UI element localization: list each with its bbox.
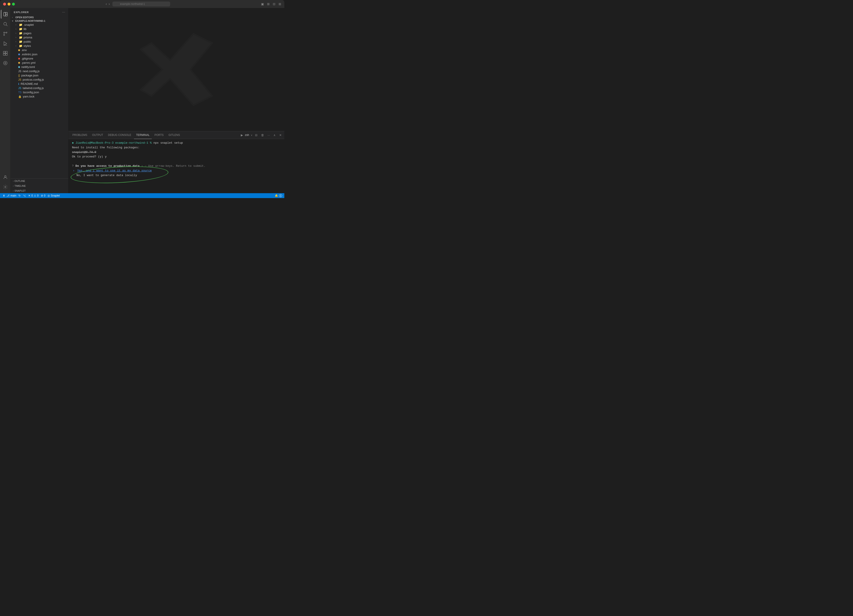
folder-public[interactable]: 📁 public: [11, 39, 68, 44]
sidebar-item-explorer[interactable]: [1, 10, 10, 19]
terminal-shell-chevron: ∨: [251, 134, 252, 137]
command-palette[interactable]: [112, 2, 170, 6]
tab-gitlens[interactable]: GITLENS: [166, 131, 182, 139]
status-snaplet[interactable]: ◎ Snaplet: [47, 194, 60, 197]
search-input[interactable]: [119, 2, 164, 6]
terminal-run-icon: ▶: [241, 134, 243, 137]
svg-point-3: [3, 23, 6, 25]
close-button[interactable]: [3, 3, 6, 6]
layout-icon[interactable]: ⊞: [267, 2, 270, 6]
grid-icon[interactable]: ⊞: [279, 2, 281, 6]
sidebar-outline[interactable]: › OUTLINE: [11, 179, 68, 184]
sidebar-item-source-control[interactable]: [1, 29, 10, 38]
status-x-icon: X: [2, 194, 6, 197]
svg-point-17: [5, 186, 6, 188]
svg-point-16: [5, 176, 6, 177]
file-packagejson[interactable]: {} package.json: [11, 73, 68, 77]
sidebar-item-source-control-2[interactable]: [1, 59, 10, 68]
minimize-button[interactable]: [8, 3, 11, 6]
tab-ports[interactable]: PORTS: [152, 131, 166, 139]
sidebar-timeline[interactable]: › TIMELINE: [11, 184, 68, 188]
folder-lib[interactable]: 📁 lib: [11, 27, 68, 31]
snaplet-chevron: ›: [13, 190, 14, 192]
forward-arrow[interactable]: ›: [109, 2, 110, 6]
file-gitignore[interactable]: .gitignore: [11, 56, 68, 61]
file-postcss[interactable]: JS postcss.config.js: [11, 77, 68, 82]
terminal-trash-button[interactable]: 🗑: [260, 133, 265, 137]
folder-styles[interactable]: 📁 styles: [11, 44, 68, 48]
file-yarnrc[interactable]: .yarnrc.yml: [11, 61, 68, 65]
tab-output[interactable]: OUTPUT: [90, 131, 105, 139]
status-branch[interactable]: X ⎇ main: [2, 194, 16, 197]
file-tsconfig[interactable]: TS tsconfig.json: [11, 90, 68, 94]
tab-debug-console[interactable]: DEBUG CONSOLE: [106, 131, 134, 139]
svg-marker-8: [4, 42, 7, 46]
status-sync[interactable]: ↻: [18, 194, 21, 197]
status-branch-icon: ⎇: [6, 194, 9, 197]
status-error-count: 0: [31, 194, 33, 197]
status-error-icon: ✕: [28, 194, 30, 197]
sidebar: EXPLORER ··· OPEN EDITORS EXAMPLE-NORTHW…: [11, 8, 68, 193]
svg-line-4: [6, 25, 7, 26]
file-tailwind[interactable]: JS tailwind.config.js: [11, 86, 68, 90]
status-snaplet-label: Snaplet: [51, 194, 60, 197]
terminal-text-1: Need to install the following packages:: [72, 146, 140, 149]
activity-bar: [0, 8, 11, 193]
status-notification[interactable]: 🔔 1: [275, 194, 282, 197]
status-git-icon[interactable]: ⌥: [23, 194, 26, 197]
terminal-option-yes[interactable]: Yes, and I want to use it as my data sou…: [77, 169, 152, 172]
file-netlify[interactable]: netlify.toml: [11, 65, 68, 69]
terminal-package: snaplet@0.74.0: [72, 150, 96, 154]
terminal-option-no-text: No, I want to generate data locally: [76, 174, 137, 177]
terminal-content[interactable]: ◆ JianReis@MacBook-Pro-3 example-northwi…: [68, 139, 284, 193]
sidebar-more-button[interactable]: ···: [62, 10, 65, 14]
svg-point-6: [3, 35, 5, 35]
sidebar-item-account[interactable]: [1, 173, 10, 182]
terminal-close-button[interactable]: ✕: [278, 133, 282, 137]
section-project[interactable]: EXAMPLE-NORTHWIND-1: [11, 19, 68, 23]
back-arrow[interactable]: ‹: [106, 2, 107, 6]
folder-prisma-chevron: [15, 36, 18, 39]
status-errors[interactable]: ✕ 0 ⚠ 0: [28, 194, 38, 197]
file-yarnlock[interactable]: 🔒 yarn.lock: [11, 94, 68, 99]
split-icon[interactable]: ⊟: [273, 2, 275, 6]
window-controls: [3, 3, 15, 6]
terminal-question-line: ? Do you have access to production data …: [72, 164, 281, 168]
tsconfig-icon: TS: [18, 91, 21, 94]
timeline-chevron: ›: [13, 185, 14, 187]
folder-prisma[interactable]: 📁 prisma: [11, 35, 68, 39]
project-chevron: [12, 20, 15, 22]
folder-lib-chevron: [15, 28, 18, 30]
main-layout: EXPLORER ··· OPEN EDITORS EXAMPLE-NORTHW…: [0, 8, 284, 193]
folder-pages[interactable]: 📁 pages: [11, 31, 68, 35]
terminal-maximize-button[interactable]: ∧: [273, 133, 276, 137]
status-left: X ⎇ main ↻ ⌥ ✕ 0 ⚠ 0 ⊘ 0 ◎ Snaplet: [2, 194, 60, 197]
sidebar-item-extensions[interactable]: [1, 49, 10, 58]
sidebar-item-settings[interactable]: [1, 182, 10, 191]
notification-badge: 1: [279, 194, 282, 197]
sidebar-item-search[interactable]: [1, 20, 10, 29]
tailwind-icon: JS: [18, 86, 21, 90]
terminal-line-1: Need to install the following packages:: [72, 146, 281, 150]
sidebar-item-run[interactable]: [1, 39, 10, 48]
file-eslintrc[interactable]: .eslintrc.json: [11, 52, 68, 56]
terminal-more-button[interactable]: ···: [267, 133, 271, 137]
file-nextconfig[interactable]: JS next.config.js: [11, 69, 68, 73]
terminal-panel: PROBLEMS OUTPUT DEBUG CONSOLE TERMINAL P…: [68, 131, 284, 193]
section-open-editors[interactable]: OPEN EDITORS: [11, 15, 68, 19]
terminal-split-button[interactable]: ⊟: [254, 133, 258, 137]
readme-icon: ℹ: [18, 82, 19, 85]
git-branch-icon: ⌥: [23, 194, 26, 197]
tab-terminal[interactable]: TERMINAL: [134, 131, 152, 139]
file-tree: OPEN EDITORS EXAMPLE-NORTHWIND-1 📁 .snap…: [11, 15, 68, 178]
status-ports-icon: ⊘: [41, 194, 43, 197]
tab-problems[interactable]: PROBLEMS: [70, 131, 90, 139]
file-readme[interactable]: ℹ README.md: [11, 82, 68, 86]
status-ports[interactable]: ⊘ 0: [41, 194, 46, 197]
file-env[interactable]: .env: [11, 48, 68, 52]
maximize-button[interactable]: [12, 3, 15, 6]
yarnrc-icon: [18, 62, 20, 64]
folder-snaplet[interactable]: 📁 .snaplet: [11, 23, 68, 27]
sidebar-toggle-icon[interactable]: ▣: [261, 2, 264, 6]
sidebar-snaplet[interactable]: › SNAPLET: [11, 188, 68, 193]
